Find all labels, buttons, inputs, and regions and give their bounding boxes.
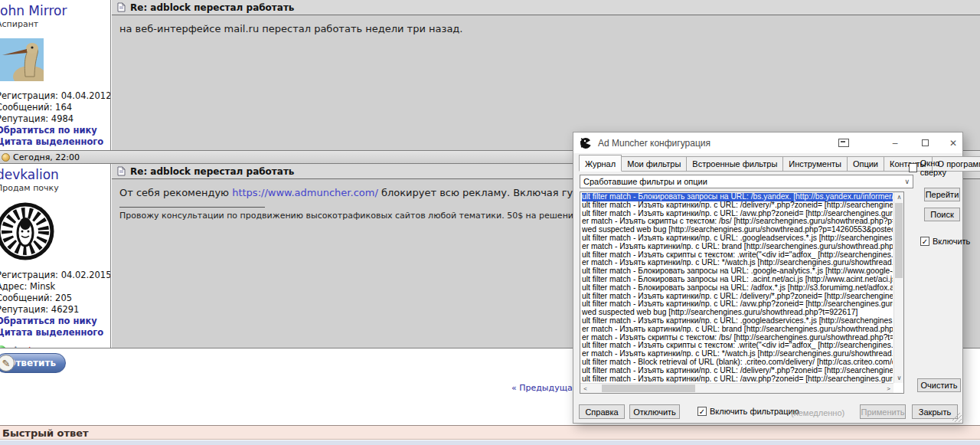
clear-button[interactable]: Очистить bbox=[917, 378, 961, 392]
help-button[interactable]: Справка bbox=[579, 404, 625, 419]
clock-icon bbox=[2, 153, 10, 162]
goto-button[interactable]: Перейти bbox=[924, 188, 960, 201]
avatar[interactable] bbox=[0, 202, 54, 260]
vertical-scrollbar[interactable]: ∧ ∨ bbox=[893, 192, 903, 383]
post-text: От себя рекомендую bbox=[119, 187, 232, 198]
dropdown-value: Сработавшие фильтры и опции bbox=[583, 177, 707, 186]
post-title: Re: adblock перестал работать bbox=[130, 166, 294, 177]
reply-button[interactable]: ✎ Ответить bbox=[0, 353, 66, 373]
avatar[interactable] bbox=[0, 38, 44, 81]
checkbox-unchecked bbox=[909, 163, 917, 172]
checkbox-label: Включить фильтрацию bbox=[710, 407, 799, 416]
admuncher-dialog: Ad Muncher конфигурация – ✕ ЖурналМои фи… bbox=[573, 132, 963, 424]
user-field: Регистрация: 04.04.2012 bbox=[0, 90, 110, 102]
document-icon bbox=[117, 2, 126, 12]
minimize-button[interactable]: – bbox=[881, 133, 909, 153]
checkbox-checked: ✓ bbox=[920, 237, 929, 246]
log-list: ult filter match - Блокировать запросы н… bbox=[582, 193, 893, 383]
horizontal-scrollbar[interactable]: < > bbox=[580, 383, 893, 393]
user-action-link[interactable]: Цитата выделенного bbox=[0, 327, 110, 339]
scroll-left-icon[interactable]: < bbox=[580, 384, 590, 394]
tray-tool-icon[interactable] bbox=[838, 139, 849, 147]
post-content-1: Re: adblock перестал работать на веб-инт… bbox=[112, 0, 980, 150]
user-panel-2: devkalion Продам почку Регистрация: 04.0… bbox=[0, 164, 111, 348]
user-info: Регистрация: 04.04.2012Сообщений: 164Реп… bbox=[0, 90, 110, 125]
forum-post-1: John Mirror Аспирант Регистрация: 04.04.… bbox=[0, 0, 980, 151]
report-warning-icon[interactable]: ⚠ bbox=[25, 345, 34, 348]
log-entry[interactable]: ult filter match - Блокировать запросы н… bbox=[582, 284, 893, 293]
chevron-down-icon: ∨ bbox=[904, 178, 910, 185]
username-link[interactable]: devkalion bbox=[0, 167, 110, 182]
vertical-scroll-thumb[interactable] bbox=[895, 203, 903, 278]
user-field: Адрес: Minsk bbox=[0, 281, 110, 293]
apply-button: Применить bbox=[860, 404, 906, 419]
disable-button[interactable]: Отключить bbox=[629, 404, 680, 419]
user-field: Репутация: 46291 bbox=[0, 304, 110, 316]
tab[interactable]: Журнал bbox=[579, 155, 622, 172]
tab[interactable]: Инструменты bbox=[783, 156, 848, 172]
tab[interactable]: Опции bbox=[848, 156, 884, 172]
page-bottom-strip bbox=[0, 440, 980, 445]
date-text: Сегодня, 22:00 bbox=[13, 152, 80, 162]
close-dialog-button[interactable]: Закрыть bbox=[912, 404, 958, 419]
user-action-link[interactable]: Обратиться по нику bbox=[0, 316, 110, 327]
screen: John Mirror Аспирант Регистрация: 04.04.… bbox=[0, 0, 980, 445]
user-action-link[interactable]: Обратиться по нику bbox=[0, 125, 110, 136]
username-link[interactable]: John Mirror bbox=[0, 3, 110, 18]
user-links: Обратиться по никуЦитата выделенного bbox=[0, 125, 110, 148]
reply-button-label: Ответить bbox=[8, 358, 56, 368]
user-title: Продам почку bbox=[0, 183, 110, 193]
user-field: Регистрация: 04.02.2015 bbox=[0, 270, 110, 281]
horizontal-scroll-thumb[interactable] bbox=[602, 384, 695, 392]
user-field: Сообщений: 164 bbox=[0, 102, 110, 113]
window-on-top-checkbox[interactable]: Окно сверху bbox=[909, 159, 962, 177]
online-status-icon bbox=[0, 345, 6, 348]
checkbox-label: Окно сверху bbox=[920, 159, 962, 177]
pencil-icon: ✎ bbox=[0, 355, 15, 371]
scroll-up-icon[interactable]: ∧ bbox=[894, 192, 904, 202]
checkbox-label: Включить bbox=[933, 237, 970, 246]
document-icon bbox=[117, 166, 126, 176]
post-body: на веб-интерфейсе mail.ru перестал работ… bbox=[112, 15, 980, 34]
scroll-right-icon[interactable]: > bbox=[884, 384, 893, 394]
enable-filtering-checkbox[interactable]: ✓ Включить фильтрацию bbox=[697, 407, 799, 416]
immediate-hint: (немедленно) bbox=[791, 408, 844, 417]
log-entry[interactable]: er match - Изъять картинки/пр. с URL: br… bbox=[582, 243, 893, 251]
close-button[interactable]: ✕ bbox=[939, 133, 967, 153]
quick-reply-header: Быстрый ответ bbox=[0, 425, 980, 440]
user-info: Регистрация: 04.02.2015Адрес: MinskСообщ… bbox=[0, 270, 110, 316]
scroll-down-icon[interactable]: ∨ bbox=[894, 373, 904, 383]
user-links: Обратиться по никуЦитата выделенного bbox=[0, 316, 110, 339]
post-title: Re: adblock перестал работать bbox=[130, 2, 294, 13]
admuncher-logo-icon bbox=[580, 137, 592, 149]
log-entry[interactable]: ult filter match - Изъять картинки/пр. с… bbox=[582, 201, 893, 210]
dialog-title: Ad Muncher конфигурация bbox=[598, 138, 710, 149]
tab[interactable]: Мои фильтры bbox=[622, 156, 687, 172]
maximize-icon bbox=[922, 139, 929, 146]
checkbox-checked: ✓ bbox=[697, 407, 707, 416]
enable-checkbox[interactable]: ✓ Включить bbox=[920, 237, 970, 246]
resize-grip[interactable] bbox=[952, 413, 962, 422]
tab[interactable]: Встроенные фильтры bbox=[687, 156, 783, 172]
user-field: Репутация: 4984 bbox=[0, 113, 110, 125]
user-action-link[interactable]: Цитата выделенного bbox=[0, 136, 110, 148]
signature-divider bbox=[119, 207, 265, 208]
flower-icon[interactable]: ✻ bbox=[11, 345, 20, 348]
log-entry[interactable]: ult filter match - Изъять картинки/пр. с… bbox=[582, 367, 893, 375]
search-button[interactable]: Поиск bbox=[924, 208, 960, 221]
user-title: Аспирант bbox=[0, 19, 110, 29]
dialog-titlebar[interactable]: Ad Muncher конфигурация – ✕ bbox=[573, 133, 962, 153]
filter-log-list-container: ult filter match - Блокировать запросы н… bbox=[580, 191, 904, 394]
maximize-button[interactable] bbox=[911, 133, 939, 153]
admuncher-link[interactable]: https://www.admuncher.com/ bbox=[232, 187, 378, 198]
log-entry[interactable]: er match - Изъять картинки/пр. с URL: br… bbox=[582, 326, 893, 334]
user-panel-1: John Mirror Аспирант Регистрация: 04.04.… bbox=[0, 0, 111, 150]
user-field: Сообщений: 205 bbox=[0, 293, 110, 304]
log-type-dropdown[interactable]: Сработавшие фильтры и опции ∨ bbox=[580, 175, 913, 188]
